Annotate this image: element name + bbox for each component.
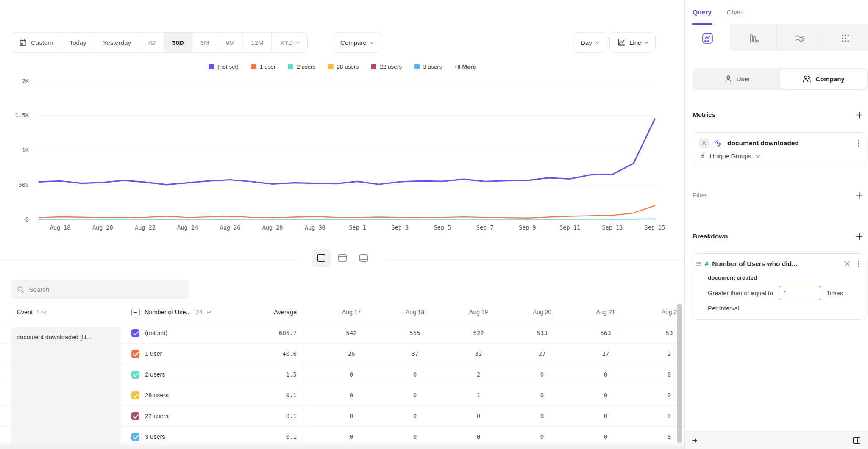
range-xtd[interactable]: XTD — [272, 33, 307, 52]
select-all-checkbox[interactable] — [131, 308, 140, 316]
drag-handle-icon[interactable] — [696, 262, 701, 266]
svg-text:Sep 5: Sep 5 — [434, 224, 451, 231]
table-row: (not set) 605.7 542 555 522 533 563 53 — [0, 323, 684, 344]
series-column-header[interactable]: Number of Use... 24 — [127, 308, 235, 316]
calendar-icon — [19, 39, 27, 47]
range-7d[interactable]: 7D — [139, 33, 164, 52]
layout-table-only-button[interactable] — [354, 249, 373, 267]
compare-button[interactable]: Compare — [333, 32, 381, 53]
metric-measure-selector[interactable]: # Unique Groups — [701, 153, 860, 160]
breakdown-card[interactable]: # Number of Users who did... document cr… — [692, 253, 865, 320]
bottom-panel-icon — [359, 253, 369, 263]
svg-text:Aug 20: Aug 20 — [92, 224, 113, 231]
layout-chart-only-button[interactable] — [333, 249, 352, 267]
layout-split-button[interactable] — [312, 249, 331, 267]
chart-type-bar[interactable] — [730, 25, 776, 51]
table-row: 3 users 0.1 0 0 0 0 0 0 — [0, 427, 684, 447]
event-click-icon — [714, 139, 723, 148]
interval-dropdown[interactable]: Day — [573, 32, 606, 53]
chevron-down-icon — [645, 39, 649, 44]
svg-text:500: 500 — [19, 181, 29, 188]
split-panel-icon — [852, 436, 861, 445]
query-panel: Query Chart — [684, 0, 868, 449]
range-yesterday[interactable]: Yesterday — [95, 33, 139, 52]
svg-text:2K: 2K — [22, 78, 29, 84]
range-12m[interactable]: 12M — [243, 33, 272, 52]
line-chart-icon — [617, 38, 626, 47]
search-input[interactable] — [29, 286, 183, 293]
svg-text:Aug 30: Aug 30 — [305, 224, 326, 231]
range-30d[interactable]: 30D — [164, 33, 192, 52]
breakdown-value-input[interactable] — [779, 286, 821, 300]
kebab-menu-icon[interactable] — [857, 260, 860, 268]
svg-text:0: 0 — [25, 216, 29, 223]
series-checkbox[interactable] — [131, 433, 139, 441]
series-label: 2 users — [145, 371, 165, 378]
scope-company[interactable]: Company — [780, 69, 867, 89]
plus-icon — [856, 111, 863, 119]
add-metric-button[interactable] — [856, 111, 863, 119]
collapse-panel-button[interactable] — [692, 437, 699, 444]
flow-icon — [794, 33, 805, 44]
event-column-header[interactable]: Event 1 — [0, 309, 127, 316]
series-checkbox[interactable] — [131, 391, 139, 399]
kebab-menu-icon[interactable] — [857, 139, 860, 147]
average-value: 1.5 — [235, 371, 297, 378]
scope-user[interactable]: User — [694, 69, 780, 89]
series-checkbox[interactable] — [131, 329, 139, 337]
legend-item[interactable]: 3 users — [414, 64, 442, 70]
legend-more-link[interactable]: +6 More — [454, 64, 476, 70]
close-icon[interactable] — [844, 261, 850, 267]
tab-query[interactable]: Query — [693, 0, 712, 25]
date-column-header: Aug 18 — [383, 309, 447, 316]
range-custom[interactable]: Custom — [11, 33, 61, 52]
series-swatch — [414, 64, 420, 69]
add-filter-button[interactable] — [856, 192, 863, 199]
scope-toggle: User Company — [693, 68, 868, 90]
series-swatch — [288, 64, 293, 69]
range-today[interactable]: Today — [61, 33, 95, 52]
legend-item[interactable]: 28 users — [328, 64, 359, 70]
series-checkbox[interactable] — [131, 371, 139, 379]
range-6m[interactable]: 6M — [217, 33, 243, 52]
chevron-down-icon — [206, 309, 211, 313]
series-swatch — [371, 64, 376, 69]
table-header: Event 1 Number of Use... 24 Average Aug … — [0, 302, 684, 322]
chart-type-flow[interactable] — [776, 25, 822, 51]
legend-item[interactable]: 22 users — [371, 64, 402, 70]
series-swatch — [209, 64, 214, 69]
breakdown-event-name: document created — [708, 274, 860, 281]
legend-item[interactable]: (not set) — [209, 64, 239, 70]
split-view-icon — [316, 253, 326, 263]
chart-area: Custom Today Yesterday 7D 30D 3M 6M 12M … — [0, 0, 684, 449]
chart-type-dropdown[interactable]: Line — [609, 32, 656, 53]
chevron-down-icon — [370, 39, 374, 44]
metric-card[interactable]: A document downloaded # Unique Groups — [693, 132, 865, 166]
series-checkbox[interactable] — [131, 412, 139, 420]
chart-type-matrix[interactable] — [822, 25, 868, 51]
add-breakdown-button[interactable] — [856, 233, 863, 240]
date-column-header: Aug 20 — [510, 309, 574, 316]
average-value: 0.1 — [235, 392, 297, 399]
breakdown-property-name: Number of Users who did... — [712, 260, 797, 268]
table-row: 1 user 40.6 26 37 32 27 27 2 — [0, 344, 684, 364]
series-checkbox[interactable] — [131, 350, 139, 358]
svg-text:Sep 11: Sep 11 — [559, 224, 580, 231]
legend-item[interactable]: 1 user — [251, 64, 276, 70]
series-label: (not set) — [145, 330, 167, 336]
table-row: 22 users 0.1 0 0 0 0 0 0 — [0, 406, 684, 427]
search-box — [11, 280, 189, 299]
range-3m[interactable]: 3M — [192, 33, 218, 52]
side-panel-toggle-button[interactable] — [852, 436, 861, 445]
chart-type-line[interactable] — [685, 25, 730, 51]
grid-dots-icon — [840, 33, 851, 44]
series-swatch — [251, 64, 256, 69]
svg-text:Aug 22: Aug 22 — [135, 224, 156, 231]
line-chart[interactable]: 05001K1.5K2KAug 18Aug 20Aug 22Aug 24Aug … — [0, 72, 684, 241]
tab-chart[interactable]: Chart — [727, 0, 743, 25]
legend-item[interactable]: 2 users — [288, 64, 315, 70]
vertical-scrollbar[interactable] — [677, 304, 682, 443]
series-label: 22 users — [145, 413, 169, 419]
svg-text:Aug 26: Aug 26 — [220, 224, 241, 231]
chevron-down-icon — [756, 153, 760, 158]
